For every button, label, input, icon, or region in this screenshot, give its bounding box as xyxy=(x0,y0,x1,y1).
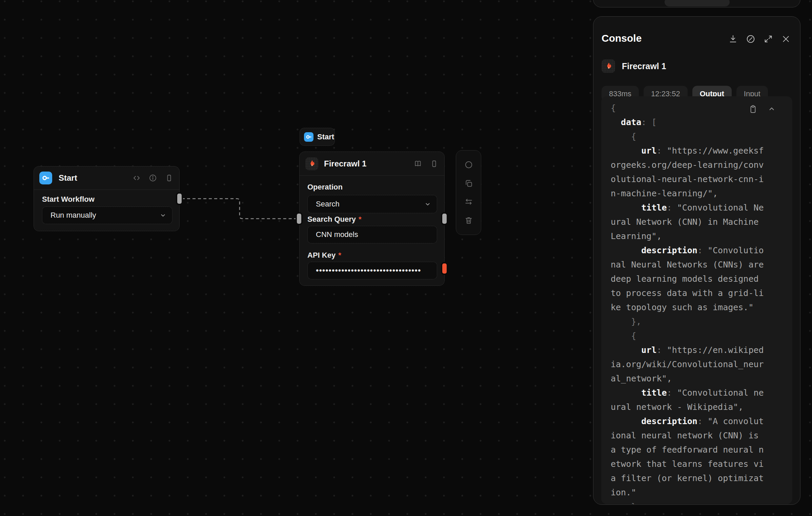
trigger-select[interactable]: Run manually xyxy=(42,206,172,224)
node-toolbar xyxy=(456,150,481,235)
api-key-input[interactable]: ••••••••••••••••••••••••••••••••• xyxy=(307,262,437,279)
start-trigger-icon xyxy=(304,132,313,142)
console-flame-icon xyxy=(602,59,615,73)
operation-select[interactable]: Search xyxy=(307,195,437,213)
start-node[interactable]: Start Start Workflow Run manually xyxy=(34,166,180,231)
copy-clipboard-icon[interactable] xyxy=(748,104,758,114)
start-node-icon xyxy=(39,172,52,184)
start-output-port[interactable] xyxy=(177,194,182,204)
info-icon[interactable] xyxy=(149,174,157,182)
firecrawl-flame-icon xyxy=(305,157,318,170)
console-panel: Console Firecrawl 1 833ms 12:23:52 Outpu… xyxy=(593,16,800,505)
firecrawl-api-key-port[interactable] xyxy=(442,263,447,274)
start-node-title: Start xyxy=(59,173,77,183)
code-icon[interactable] xyxy=(133,174,141,182)
workflow-canvas[interactable]: Start Start Start Workflow Run manually xyxy=(0,0,812,516)
swap-icon[interactable] xyxy=(464,197,473,206)
required-asterisk: * xyxy=(359,215,362,223)
operation-label: Operation xyxy=(307,183,343,191)
duplicate-icon[interactable] xyxy=(464,179,473,188)
chevron-down-icon xyxy=(159,212,167,219)
trigger-select-value: Run manually xyxy=(50,211,96,220)
required-asterisk: * xyxy=(338,251,341,259)
expand-icon[interactable] xyxy=(764,34,773,44)
operation-select-value: Search xyxy=(316,200,340,209)
console-title: Console xyxy=(602,33,642,44)
chevron-down-icon xyxy=(424,200,431,208)
top-panel-partial xyxy=(593,0,800,7)
firecrawl-output-port[interactable] xyxy=(442,214,447,224)
console-output-code[interactable]: { data: [ { url: "https://www.geeksforge… xyxy=(601,96,792,504)
run-node-icon[interactable] xyxy=(464,160,473,169)
download-icon[interactable] xyxy=(728,34,738,44)
firecrawl-node-title: Firecrawl 1 xyxy=(324,159,366,168)
top-panel-button[interactable] xyxy=(665,0,730,6)
json-output-text: { data: [ { url: "https://www.geeksforge… xyxy=(611,101,787,504)
delete-trash-icon[interactable] xyxy=(464,216,473,225)
firecrawl-input-port[interactable] xyxy=(297,214,301,224)
start-badge-label: Start xyxy=(317,133,334,141)
collapse-chevron-up-icon[interactable] xyxy=(767,104,776,113)
search-query-label: Search Query xyxy=(307,215,356,223)
close-icon[interactable] xyxy=(781,34,791,44)
search-query-input[interactable]: CNN models xyxy=(307,226,437,243)
docs-book-icon[interactable] xyxy=(414,160,422,168)
start-trigger-badge[interactable]: Start xyxy=(300,128,335,146)
panel-icon[interactable] xyxy=(165,174,173,182)
api-key-masked-value: ••••••••••••••••••••••••••••••••• xyxy=(316,266,421,275)
console-node-name: Firecrawl 1 xyxy=(622,61,666,71)
clear-ban-icon[interactable] xyxy=(746,34,755,44)
start-workflow-label: Start Workflow xyxy=(42,195,95,203)
search-query-value: CNN models xyxy=(316,230,358,239)
api-key-label: API Key xyxy=(307,251,336,259)
panel-icon[interactable] xyxy=(430,160,438,168)
firecrawl-node[interactable]: Firecrawl 1 Operation Search Search Quer… xyxy=(299,152,445,286)
